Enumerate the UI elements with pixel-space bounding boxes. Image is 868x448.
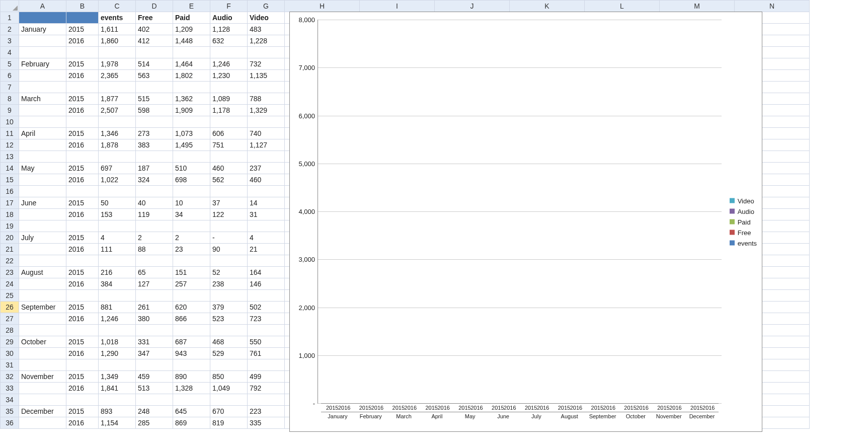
row-header-1[interactable]: 1: [1, 12, 19, 24]
cell-B31[interactable]: [66, 359, 99, 371]
column-header-L[interactable]: L: [585, 1, 660, 12]
cell-A9[interactable]: [19, 105, 66, 116]
cell-C7[interactable]: [99, 82, 136, 93]
row-header-3[interactable]: 3: [1, 35, 19, 47]
row-header-23[interactable]: 23: [1, 267, 19, 278]
cell-C34[interactable]: [99, 394, 136, 406]
cell-F1[interactable]: Audio: [210, 12, 248, 24]
cell-F26[interactable]: 379: [210, 302, 248, 313]
cell-E20[interactable]: 2: [173, 232, 210, 244]
cell-A2[interactable]: January: [19, 24, 66, 35]
cell-C1[interactable]: events: [99, 12, 136, 24]
cell-B36[interactable]: 2016: [66, 417, 99, 429]
row-header-35[interactable]: 35: [1, 406, 19, 417]
cell-E23[interactable]: 151: [173, 267, 210, 278]
cell-B2[interactable]: 2015: [66, 24, 99, 35]
row-header-31[interactable]: 31: [1, 359, 19, 371]
cell-G9[interactable]: 1,329: [248, 105, 285, 116]
cell-C25[interactable]: [99, 290, 136, 302]
stacked-bar-chart[interactable]: -1,0002,0003,0004,0005,0006,0007,0008,00…: [289, 12, 762, 429]
cell-G17[interactable]: 14: [248, 197, 285, 209]
cell-D18[interactable]: 119: [136, 209, 173, 220]
cell-F6[interactable]: 1,230: [210, 70, 248, 82]
row-header-18[interactable]: 18: [1, 209, 19, 220]
cell-B27[interactable]: 2016: [66, 313, 99, 325]
cell-D2[interactable]: 402: [136, 24, 173, 35]
cell-F36[interactable]: 819: [210, 417, 248, 429]
cell-D11[interactable]: 273: [136, 128, 173, 139]
cell-E11[interactable]: 1,073: [173, 128, 210, 139]
row-header-15[interactable]: 15: [1, 174, 19, 186]
cell-A12[interactable]: [19, 139, 66, 151]
cell-F4[interactable]: [210, 47, 248, 58]
row-header-19[interactable]: 19: [1, 220, 19, 232]
cell-D8[interactable]: 515: [136, 93, 173, 105]
cell-E24[interactable]: 257: [173, 278, 210, 290]
cell-E13[interactable]: [173, 151, 210, 163]
cell-C4[interactable]: [99, 47, 136, 58]
cell-B1[interactable]: [66, 12, 99, 24]
cell-C12[interactable]: 1,878: [99, 139, 136, 151]
cell-G10[interactable]: [248, 116, 285, 128]
cell-A6[interactable]: [19, 70, 66, 82]
cell-D3[interactable]: 412: [136, 35, 173, 47]
cell-B30[interactable]: 2016: [66, 348, 99, 359]
column-header-D[interactable]: D: [136, 1, 173, 12]
cell-A19[interactable]: [19, 220, 66, 232]
cell-C29[interactable]: 1,018: [99, 336, 136, 348]
cell-E4[interactable]: [173, 47, 210, 58]
column-header-H[interactable]: H: [285, 1, 360, 12]
cell-B15[interactable]: 2016: [66, 174, 99, 186]
cell-F2[interactable]: 1,128: [210, 24, 248, 35]
cell-A22[interactable]: [19, 255, 66, 267]
cell-G32[interactable]: 499: [248, 371, 285, 383]
cell-G30[interactable]: 761: [248, 348, 285, 359]
cell-F28[interactable]: [210, 325, 248, 336]
row-header-36[interactable]: 36: [1, 417, 19, 429]
row-header-12[interactable]: 12: [1, 139, 19, 151]
cell-A28[interactable]: [19, 325, 66, 336]
cell-B25[interactable]: [66, 290, 99, 302]
column-header-I[interactable]: I: [360, 1, 435, 12]
cell-B26[interactable]: 2015: [66, 302, 99, 313]
cell-B3[interactable]: 2016: [66, 35, 99, 47]
cell-E34[interactable]: [173, 394, 210, 406]
row-header-24[interactable]: 24: [1, 278, 19, 290]
row-header-21[interactable]: 21: [1, 244, 19, 255]
cell-F11[interactable]: 606: [210, 128, 248, 139]
cell-G35[interactable]: 223: [248, 406, 285, 417]
row-header-34[interactable]: 34: [1, 394, 19, 406]
cell-A1[interactable]: [19, 12, 66, 24]
cell-A4[interactable]: [19, 47, 66, 58]
cell-G25[interactable]: [248, 290, 285, 302]
cell-D7[interactable]: [136, 82, 173, 93]
cell-D4[interactable]: [136, 47, 173, 58]
cell-E33[interactable]: 1,328: [173, 383, 210, 394]
cell-E18[interactable]: 34: [173, 209, 210, 220]
cell-D27[interactable]: 380: [136, 313, 173, 325]
cell-C20[interactable]: 4: [99, 232, 136, 244]
cell-A23[interactable]: August: [19, 267, 66, 278]
cell-G3[interactable]: 1,228: [248, 35, 285, 47]
cell-F27[interactable]: 523: [210, 313, 248, 325]
row-header-22[interactable]: 22: [1, 255, 19, 267]
cell-D19[interactable]: [136, 220, 173, 232]
cell-B10[interactable]: [66, 116, 99, 128]
cell-G28[interactable]: [248, 325, 285, 336]
column-header-J[interactable]: J: [435, 1, 510, 12]
cell-B5[interactable]: 2015: [66, 58, 99, 70]
cell-D16[interactable]: [136, 186, 173, 197]
cell-D12[interactable]: 383: [136, 139, 173, 151]
cell-F16[interactable]: [210, 186, 248, 197]
cell-A15[interactable]: [19, 174, 66, 186]
cell-G8[interactable]: 788: [248, 93, 285, 105]
cell-E19[interactable]: [173, 220, 210, 232]
cell-E7[interactable]: [173, 82, 210, 93]
row-header-26[interactable]: 26: [1, 302, 19, 313]
cell-B8[interactable]: 2015: [66, 93, 99, 105]
row-header-20[interactable]: 20: [1, 232, 19, 244]
cell-C10[interactable]: [99, 116, 136, 128]
cell-F23[interactable]: 52: [210, 267, 248, 278]
row-header-27[interactable]: 27: [1, 313, 19, 325]
cell-B35[interactable]: 2015: [66, 406, 99, 417]
